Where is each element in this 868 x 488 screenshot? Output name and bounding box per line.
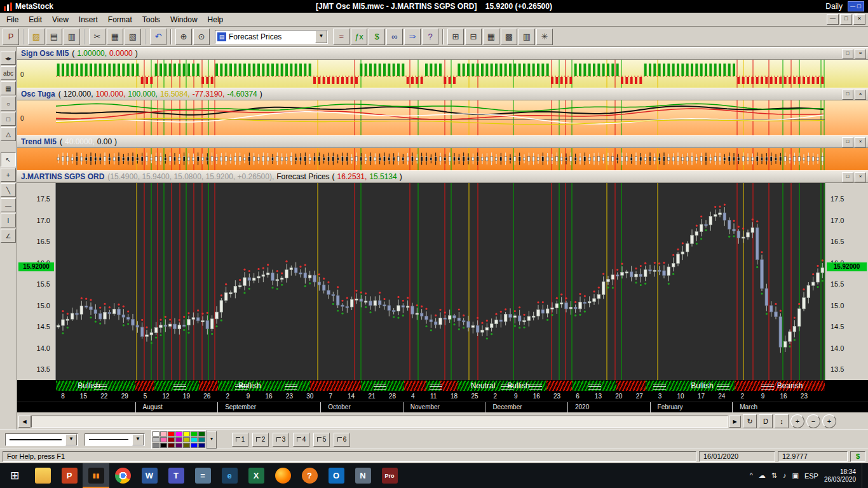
explorer-binoculars-icon[interactable]: ∞ — [386, 29, 403, 45]
color-swatch-14[interactable] — [198, 437, 205, 442]
price-scale-left[interactable]: 17.517.016.516.015.515.014.514.013.515.9… — [17, 183, 56, 380]
panel-close-button[interactable]: × — [855, 90, 866, 100]
settings-gear-icon[interactable]: ✳ — [536, 29, 553, 45]
what-if-icon[interactable]: ? — [422, 29, 438, 45]
panel-close-button[interactable]: × — [855, 49, 866, 59]
menu-file[interactable]: File — [1, 13, 24, 26]
trend-chart[interactable] — [56, 148, 825, 170]
window-menu-button[interactable]: — ▢ ✕ — [848, 1, 864, 11]
print-icon[interactable]: ▤ — [46, 29, 62, 45]
tray-network-icon[interactable]: ⇅ — [771, 471, 777, 480]
zoom-out-button[interactable]: − — [806, 414, 820, 428]
panel-restore-button[interactable]: □ — [842, 49, 853, 59]
color-swatch-19[interactable] — [183, 443, 190, 448]
palette-dropdown[interactable]: ▾ — [207, 431, 217, 449]
menu-help[interactable]: Help — [203, 13, 229, 26]
mdi-restore-button[interactable]: □ — [840, 14, 852, 25]
tray-cloud-icon[interactable]: ☁ — [759, 471, 766, 480]
paste-icon[interactable]: ▧ — [125, 29, 141, 45]
color-swatch-11[interactable] — [175, 437, 182, 442]
ellipse-tool[interactable]: ○ — [1, 97, 16, 111]
open-icon[interactable]: ▨ — [28, 29, 44, 45]
tray-volume-icon[interactable]: ♪ — [783, 471, 787, 480]
osc-tuga-chart[interactable] — [56, 100, 825, 135]
taskbar-icon-metastock[interactable]: ▮▮ — [83, 463, 109, 488]
menu-window[interactable]: Window — [165, 13, 203, 26]
line-weight-dropdown[interactable]: ▼ — [132, 434, 144, 445]
crosshair-icon[interactable]: ⊕ — [175, 29, 192, 45]
panel-restore-button[interactable]: □ — [842, 90, 853, 100]
panel-header-trend[interactable]: Trend MI5 (40.0000,0.00) □ × — [17, 135, 868, 148]
dollar-icon[interactable]: $ — [369, 29, 385, 45]
color-swatch-5[interactable] — [183, 431, 190, 437]
crosshair-tool[interactable]: + — [1, 168, 16, 182]
taskbar-icon-teams[interactable]: T — [163, 463, 189, 488]
cascade-windows-icon[interactable]: ⊞ — [447, 29, 464, 45]
rectangle-tool[interactable]: □ — [1, 112, 16, 126]
color-swatch-4[interactable] — [175, 431, 182, 437]
undo-icon[interactable]: ↶ — [150, 29, 166, 45]
scroll-track[interactable] — [31, 416, 728, 428]
panel-close-button[interactable]: × — [855, 172, 866, 182]
triangle-tool[interactable]: △ — [1, 127, 16, 141]
color-swatch-3[interactable] — [168, 431, 175, 437]
taskbar-icon-calculator[interactable]: = — [189, 463, 216, 488]
periodicity-label[interactable]: Daily — [825, 2, 843, 11]
text-tool[interactable]: abc — [1, 66, 16, 80]
sign-osc-chart[interactable] — [56, 60, 825, 88]
chart-grid-icon[interactable]: ▩ — [501, 29, 517, 45]
panel-restore-button[interactable]: □ — [842, 172, 853, 182]
menu-format[interactable]: Format — [103, 13, 137, 26]
tile-vertical-icon[interactable]: ▦ — [483, 29, 499, 45]
copy-icon[interactable]: ▦ — [107, 29, 123, 45]
color-swatch-8[interactable] — [153, 437, 159, 442]
panel-header-sign-osc[interactable]: Sign Osc MI5 (1.00000,0.0000) □ × — [17, 47, 868, 60]
show-desktop-button[interactable] — [862, 463, 865, 488]
candlestick-chart[interactable] — [56, 183, 825, 380]
zoom-preset-4[interactable]: 4 — [293, 433, 309, 447]
color-swatch-16[interactable] — [160, 443, 167, 448]
color-swatch-17[interactable] — [168, 443, 175, 448]
color-swatch-20[interactable] — [191, 443, 198, 448]
mdi-minimize-button[interactable]: — — [827, 14, 839, 25]
language-indicator[interactable]: ESP — [804, 472, 818, 480]
price-scale-right[interactable]: 17.517.016.516.015.515.014.514.013.515.9… — [825, 183, 868, 380]
zoom-icon[interactable]: ⊙ — [193, 29, 210, 45]
move-crosshair-button[interactable]: + — [790, 414, 804, 428]
price-plot-area[interactable] — [56, 183, 825, 380]
color-swatch-2[interactable] — [160, 431, 167, 437]
pointer-tool[interactable]: ↖ — [1, 152, 16, 166]
indicator-combo[interactable]: ▤ Forecast Prices ▼ — [215, 30, 328, 44]
chart-style-icon[interactable]: ▥ — [519, 29, 535, 45]
panel-header-main[interactable]: J.MARTINS SGPS ORD (15.4900, 15.9400, 15… — [17, 170, 868, 183]
grid-tool[interactable]: ▦ — [1, 81, 16, 95]
taskbar-icon-powerpoint[interactable]: P — [56, 463, 83, 488]
menu-tools[interactable]: Tools — [137, 13, 165, 26]
color-swatch-6[interactable] — [191, 431, 198, 437]
zoom-preset-5[interactable]: 5 — [313, 433, 330, 447]
taskbar-icon-firefox[interactable] — [269, 463, 296, 488]
taskbar-icon-file-explorer[interactable] — [29, 463, 56, 488]
line-style-combo[interactable]: ▼ — [5, 433, 78, 446]
start-button[interactable]: ⊞ — [0, 463, 29, 488]
color-swatch-18[interactable] — [175, 443, 182, 448]
scroll-left-button[interactable]: ◀ — [18, 416, 31, 428]
panel-restore-button[interactable]: □ — [842, 137, 853, 147]
print-preview-icon[interactable]: ▥ — [64, 29, 80, 45]
tray-display-icon[interactable]: ▣ — [792, 471, 799, 480]
panel-header-osc-tuga[interactable]: Osc Tuga (120.000,100.000,100.000,16.508… — [17, 88, 868, 100]
zoom-preset-3[interactable]: 3 — [273, 433, 289, 447]
taskbar-clock[interactable]: 18:34 26/03/2020 — [824, 468, 856, 484]
tray-chevron-icon[interactable]: ^ — [750, 471, 753, 480]
menu-view[interactable]: View — [47, 13, 74, 26]
zoom-preset-6[interactable]: 6 — [334, 433, 350, 447]
taskbar-icon-chrome[interactable] — [109, 463, 136, 488]
scroll-right-button[interactable]: ▶ — [729, 416, 741, 428]
vertical-line-tool[interactable]: I — [1, 214, 16, 227]
zoom-preset-2[interactable]: 2 — [252, 433, 269, 447]
color-swatch-13[interactable] — [191, 437, 198, 442]
color-swatch-1[interactable] — [153, 431, 159, 437]
line-weight-combo[interactable]: ▼ — [85, 433, 145, 446]
color-swatch-21[interactable] — [198, 443, 205, 448]
taskbar-icon-excel[interactable]: X — [243, 463, 269, 488]
